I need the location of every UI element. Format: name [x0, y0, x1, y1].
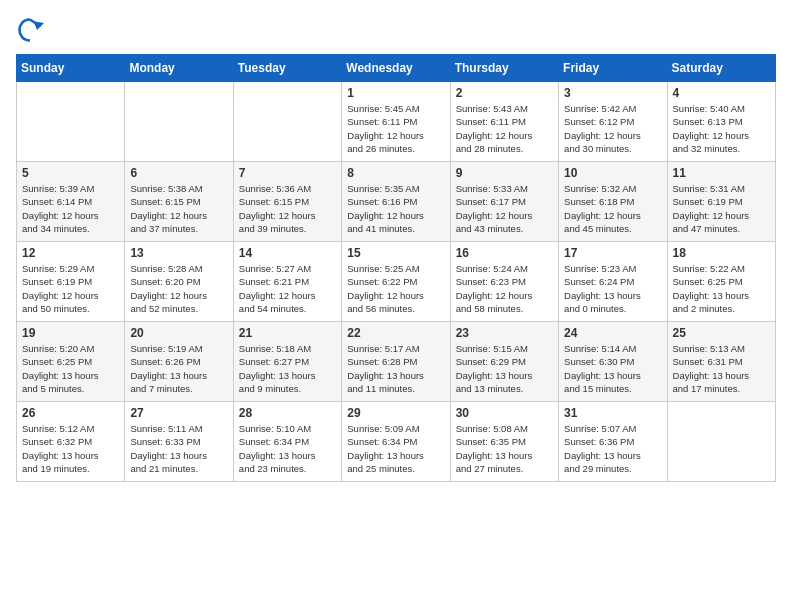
calendar-cell: 13Sunrise: 5:28 AM Sunset: 6:20 PM Dayli…: [125, 242, 233, 322]
calendar-cell: 21Sunrise: 5:18 AM Sunset: 6:27 PM Dayli…: [233, 322, 341, 402]
calendar-cell: 6Sunrise: 5:38 AM Sunset: 6:15 PM Daylig…: [125, 162, 233, 242]
day-info: Sunrise: 5:19 AM Sunset: 6:26 PM Dayligh…: [130, 342, 227, 395]
calendar-cell: 23Sunrise: 5:15 AM Sunset: 6:29 PM Dayli…: [450, 322, 558, 402]
day-number: 15: [347, 246, 444, 260]
calendar-cell: 18Sunrise: 5:22 AM Sunset: 6:25 PM Dayli…: [667, 242, 775, 322]
day-number: 3: [564, 86, 661, 100]
day-info: Sunrise: 5:27 AM Sunset: 6:21 PM Dayligh…: [239, 262, 336, 315]
day-number: 17: [564, 246, 661, 260]
day-info: Sunrise: 5:20 AM Sunset: 6:25 PM Dayligh…: [22, 342, 119, 395]
day-number: 31: [564, 406, 661, 420]
calendar-cell: 29Sunrise: 5:09 AM Sunset: 6:34 PM Dayli…: [342, 402, 450, 482]
day-number: 16: [456, 246, 553, 260]
day-info: Sunrise: 5:15 AM Sunset: 6:29 PM Dayligh…: [456, 342, 553, 395]
calendar-cell: 7Sunrise: 5:36 AM Sunset: 6:15 PM Daylig…: [233, 162, 341, 242]
day-number: 11: [673, 166, 770, 180]
calendar-cell: 5Sunrise: 5:39 AM Sunset: 6:14 PM Daylig…: [17, 162, 125, 242]
calendar-cell: [233, 82, 341, 162]
calendar-cell: [17, 82, 125, 162]
header: [16, 16, 776, 44]
week-row-4: 19Sunrise: 5:20 AM Sunset: 6:25 PM Dayli…: [17, 322, 776, 402]
day-info: Sunrise: 5:39 AM Sunset: 6:14 PM Dayligh…: [22, 182, 119, 235]
day-info: Sunrise: 5:08 AM Sunset: 6:35 PM Dayligh…: [456, 422, 553, 475]
calendar-cell: 15Sunrise: 5:25 AM Sunset: 6:22 PM Dayli…: [342, 242, 450, 322]
calendar-cell: 2Sunrise: 5:43 AM Sunset: 6:11 PM Daylig…: [450, 82, 558, 162]
day-info: Sunrise: 5:31 AM Sunset: 6:19 PM Dayligh…: [673, 182, 770, 235]
day-info: Sunrise: 5:14 AM Sunset: 6:30 PM Dayligh…: [564, 342, 661, 395]
weekday-header-friday: Friday: [559, 55, 667, 82]
calendar-cell: 27Sunrise: 5:11 AM Sunset: 6:33 PM Dayli…: [125, 402, 233, 482]
day-number: 26: [22, 406, 119, 420]
day-number: 29: [347, 406, 444, 420]
day-number: 12: [22, 246, 119, 260]
week-row-2: 5Sunrise: 5:39 AM Sunset: 6:14 PM Daylig…: [17, 162, 776, 242]
day-number: 23: [456, 326, 553, 340]
day-info: Sunrise: 5:22 AM Sunset: 6:25 PM Dayligh…: [673, 262, 770, 315]
calendar-cell: 16Sunrise: 5:24 AM Sunset: 6:23 PM Dayli…: [450, 242, 558, 322]
day-info: Sunrise: 5:09 AM Sunset: 6:34 PM Dayligh…: [347, 422, 444, 475]
day-number: 28: [239, 406, 336, 420]
calendar-cell: 12Sunrise: 5:29 AM Sunset: 6:19 PM Dayli…: [17, 242, 125, 322]
day-info: Sunrise: 5:17 AM Sunset: 6:28 PM Dayligh…: [347, 342, 444, 395]
calendar-cell: 10Sunrise: 5:32 AM Sunset: 6:18 PM Dayli…: [559, 162, 667, 242]
day-info: Sunrise: 5:07 AM Sunset: 6:36 PM Dayligh…: [564, 422, 661, 475]
day-info: Sunrise: 5:38 AM Sunset: 6:15 PM Dayligh…: [130, 182, 227, 235]
day-info: Sunrise: 5:13 AM Sunset: 6:31 PM Dayligh…: [673, 342, 770, 395]
weekday-header-saturday: Saturday: [667, 55, 775, 82]
day-info: Sunrise: 5:35 AM Sunset: 6:16 PM Dayligh…: [347, 182, 444, 235]
day-number: 22: [347, 326, 444, 340]
day-number: 25: [673, 326, 770, 340]
day-info: Sunrise: 5:36 AM Sunset: 6:15 PM Dayligh…: [239, 182, 336, 235]
calendar-cell: 25Sunrise: 5:13 AM Sunset: 6:31 PM Dayli…: [667, 322, 775, 402]
weekday-header-monday: Monday: [125, 55, 233, 82]
calendar-cell: 31Sunrise: 5:07 AM Sunset: 6:36 PM Dayli…: [559, 402, 667, 482]
day-info: Sunrise: 5:23 AM Sunset: 6:24 PM Dayligh…: [564, 262, 661, 315]
calendar-cell: 1Sunrise: 5:45 AM Sunset: 6:11 PM Daylig…: [342, 82, 450, 162]
day-number: 4: [673, 86, 770, 100]
calendar-cell: 4Sunrise: 5:40 AM Sunset: 6:13 PM Daylig…: [667, 82, 775, 162]
day-info: Sunrise: 5:33 AM Sunset: 6:17 PM Dayligh…: [456, 182, 553, 235]
week-row-5: 26Sunrise: 5:12 AM Sunset: 6:32 PM Dayli…: [17, 402, 776, 482]
day-info: Sunrise: 5:10 AM Sunset: 6:34 PM Dayligh…: [239, 422, 336, 475]
calendar-cell: 30Sunrise: 5:08 AM Sunset: 6:35 PM Dayli…: [450, 402, 558, 482]
calendar-cell: 14Sunrise: 5:27 AM Sunset: 6:21 PM Dayli…: [233, 242, 341, 322]
day-info: Sunrise: 5:25 AM Sunset: 6:22 PM Dayligh…: [347, 262, 444, 315]
day-info: Sunrise: 5:24 AM Sunset: 6:23 PM Dayligh…: [456, 262, 553, 315]
weekday-header-tuesday: Tuesday: [233, 55, 341, 82]
day-info: Sunrise: 5:18 AM Sunset: 6:27 PM Dayligh…: [239, 342, 336, 395]
day-info: Sunrise: 5:12 AM Sunset: 6:32 PM Dayligh…: [22, 422, 119, 475]
day-number: 13: [130, 246, 227, 260]
weekday-header-sunday: Sunday: [17, 55, 125, 82]
calendar-cell: 9Sunrise: 5:33 AM Sunset: 6:17 PM Daylig…: [450, 162, 558, 242]
day-info: Sunrise: 5:32 AM Sunset: 6:18 PM Dayligh…: [564, 182, 661, 235]
weekday-header-thursday: Thursday: [450, 55, 558, 82]
day-number: 5: [22, 166, 119, 180]
day-number: 14: [239, 246, 336, 260]
day-info: Sunrise: 5:11 AM Sunset: 6:33 PM Dayligh…: [130, 422, 227, 475]
day-info: Sunrise: 5:45 AM Sunset: 6:11 PM Dayligh…: [347, 102, 444, 155]
calendar-cell: 26Sunrise: 5:12 AM Sunset: 6:32 PM Dayli…: [17, 402, 125, 482]
svg-marker-0: [34, 21, 45, 30]
day-info: Sunrise: 5:42 AM Sunset: 6:12 PM Dayligh…: [564, 102, 661, 155]
calendar-cell: [667, 402, 775, 482]
day-number: 20: [130, 326, 227, 340]
day-number: 8: [347, 166, 444, 180]
week-row-1: 1Sunrise: 5:45 AM Sunset: 6:11 PM Daylig…: [17, 82, 776, 162]
calendar-cell: 3Sunrise: 5:42 AM Sunset: 6:12 PM Daylig…: [559, 82, 667, 162]
calendar-cell: 28Sunrise: 5:10 AM Sunset: 6:34 PM Dayli…: [233, 402, 341, 482]
logo: [16, 16, 48, 44]
day-number: 19: [22, 326, 119, 340]
calendar-table: SundayMondayTuesdayWednesdayThursdayFrid…: [16, 54, 776, 482]
day-number: 1: [347, 86, 444, 100]
calendar-cell: 17Sunrise: 5:23 AM Sunset: 6:24 PM Dayli…: [559, 242, 667, 322]
day-number: 9: [456, 166, 553, 180]
calendar-cell: 22Sunrise: 5:17 AM Sunset: 6:28 PM Dayli…: [342, 322, 450, 402]
day-number: 7: [239, 166, 336, 180]
calendar-cell: 8Sunrise: 5:35 AM Sunset: 6:16 PM Daylig…: [342, 162, 450, 242]
day-number: 24: [564, 326, 661, 340]
day-number: 10: [564, 166, 661, 180]
calendar-cell: 11Sunrise: 5:31 AM Sunset: 6:19 PM Dayli…: [667, 162, 775, 242]
day-info: Sunrise: 5:43 AM Sunset: 6:11 PM Dayligh…: [456, 102, 553, 155]
day-number: 18: [673, 246, 770, 260]
calendar-cell: 24Sunrise: 5:14 AM Sunset: 6:30 PM Dayli…: [559, 322, 667, 402]
